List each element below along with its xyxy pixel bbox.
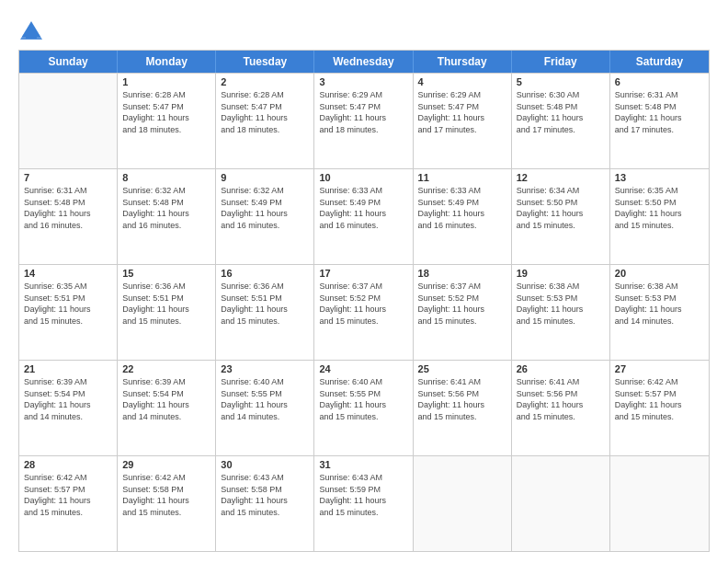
cell-sunset: Sunset: 5:50 PM <box>517 197 605 209</box>
cell-info: Sunrise: 6:34 AMSunset: 5:50 PMDaylight:… <box>517 185 605 231</box>
cal-cell: 12Sunrise: 6:34 AMSunset: 5:50 PMDayligh… <box>512 169 610 264</box>
cell-day-number: 18 <box>418 268 506 279</box>
cell-sunrise: Sunrise: 6:37 AM <box>319 281 407 293</box>
cell-day-number: 6 <box>615 76 704 87</box>
cell-sunrise: Sunrise: 6:36 AM <box>122 281 210 293</box>
cell-daylight2: and 15 minutes. <box>24 316 112 327</box>
cell-day-number: 25 <box>418 363 506 374</box>
cell-daylight2: and 17 minutes. <box>517 124 605 136</box>
cal-header-monday: Monday <box>118 51 216 73</box>
cal-cell: 5Sunrise: 6:30 AMSunset: 5:48 PMDaylight… <box>512 74 610 168</box>
cell-info: Sunrise: 6:33 AMSunset: 5:49 PMDaylight:… <box>319 185 407 231</box>
cell-sunset: Sunset: 5:53 PM <box>517 293 605 304</box>
cell-day-number: 23 <box>221 363 309 374</box>
cell-day-number: 5 <box>517 76 605 87</box>
cell-sunrise: Sunrise: 6:33 AM <box>319 185 407 197</box>
cell-day-number: 22 <box>122 363 210 374</box>
cell-sunrise: Sunrise: 6:43 AM <box>319 472 407 484</box>
cell-daylight: Daylight: 11 hours <box>418 112 506 124</box>
cell-day-number: 1 <box>122 76 210 87</box>
cell-daylight: Daylight: 11 hours <box>24 304 112 316</box>
cell-sunset: Sunset: 5:56 PM <box>517 388 605 400</box>
cell-sunset: Sunset: 5:54 PM <box>122 388 210 400</box>
cell-sunset: Sunset: 5:49 PM <box>418 197 506 209</box>
cell-info: Sunrise: 6:39 AMSunset: 5:54 PMDaylight:… <box>24 376 112 422</box>
cal-cell: 16Sunrise: 6:36 AMSunset: 5:51 PMDayligh… <box>216 265 314 360</box>
cell-daylight: Daylight: 11 hours <box>319 208 407 220</box>
cell-day-number: 2 <box>221 76 309 87</box>
cell-daylight2: and 15 minutes. <box>319 507 407 519</box>
cell-sunset: Sunset: 5:50 PM <box>615 197 704 209</box>
cal-cell: 7Sunrise: 6:31 AMSunset: 5:48 PMDaylight… <box>19 169 118 264</box>
cell-daylight2: and 15 minutes. <box>418 411 506 423</box>
cell-sunset: Sunset: 5:53 PM <box>615 293 704 304</box>
page: SundayMondayTuesdayWednesdayThursdayFrid… <box>0 0 728 563</box>
cell-sunrise: Sunrise: 6:42 AM <box>24 472 112 484</box>
cell-info: Sunrise: 6:37 AMSunset: 5:52 PMDaylight:… <box>418 281 506 327</box>
cell-info: Sunrise: 6:42 AMSunset: 5:57 PMDaylight:… <box>615 376 704 422</box>
cell-daylight: Daylight: 11 hours <box>517 112 605 124</box>
cell-info: Sunrise: 6:40 AMSunset: 5:55 PMDaylight:… <box>221 376 309 422</box>
cell-sunrise: Sunrise: 6:31 AM <box>615 89 704 101</box>
cal-cell: 2Sunrise: 6:28 AMSunset: 5:47 PMDaylight… <box>216 74 314 168</box>
cell-sunset: Sunset: 5:49 PM <box>221 197 309 209</box>
cell-info: Sunrise: 6:42 AMSunset: 5:58 PMDaylight:… <box>122 472 210 518</box>
cell-sunrise: Sunrise: 6:40 AM <box>319 376 407 388</box>
cell-sunrise: Sunrise: 6:30 AM <box>517 89 605 101</box>
cell-info: Sunrise: 6:41 AMSunset: 5:56 PMDaylight:… <box>418 376 506 422</box>
cell-sunset: Sunset: 5:57 PM <box>24 484 112 496</box>
cell-daylight: Daylight: 11 hours <box>122 495 210 507</box>
cell-daylight2: and 15 minutes. <box>517 316 605 327</box>
cell-sunset: Sunset: 5:55 PM <box>319 388 407 400</box>
cell-sunset: Sunset: 5:47 PM <box>319 101 407 113</box>
cell-day-number: 13 <box>615 172 704 183</box>
cell-sunrise: Sunrise: 6:41 AM <box>517 376 605 388</box>
cell-daylight: Daylight: 11 hours <box>24 495 112 507</box>
cal-cell: 19Sunrise: 6:38 AMSunset: 5:53 PMDayligh… <box>512 265 610 360</box>
cell-daylight: Daylight: 11 hours <box>221 304 309 316</box>
cal-cell: 14Sunrise: 6:35 AMSunset: 5:51 PMDayligh… <box>19 265 118 360</box>
cal-cell: 22Sunrise: 6:39 AMSunset: 5:54 PMDayligh… <box>118 361 216 455</box>
cell-sunrise: Sunrise: 6:28 AM <box>122 89 210 101</box>
cell-sunrise: Sunrise: 6:42 AM <box>615 376 704 388</box>
cell-sunset: Sunset: 5:47 PM <box>418 101 506 113</box>
cell-sunrise: Sunrise: 6:39 AM <box>24 376 112 388</box>
cal-cell: 26Sunrise: 6:41 AMSunset: 5:56 PMDayligh… <box>512 361 610 455</box>
cell-daylight2: and 14 minutes. <box>221 411 309 423</box>
cell-sunrise: Sunrise: 6:39 AM <box>122 376 210 388</box>
cell-sunset: Sunset: 5:56 PM <box>418 388 506 400</box>
cal-cell: 17Sunrise: 6:37 AMSunset: 5:52 PMDayligh… <box>314 265 413 360</box>
cal-cell: 1Sunrise: 6:28 AMSunset: 5:47 PMDaylight… <box>118 74 216 168</box>
cal-cell: 28Sunrise: 6:42 AMSunset: 5:57 PMDayligh… <box>19 456 118 551</box>
cell-daylight: Daylight: 11 hours <box>517 304 605 316</box>
cal-cell: 9Sunrise: 6:32 AMSunset: 5:49 PMDaylight… <box>216 169 314 264</box>
cal-cell: 3Sunrise: 6:29 AMSunset: 5:47 PMDaylight… <box>314 74 413 168</box>
cell-daylight: Daylight: 11 hours <box>122 208 210 220</box>
cell-daylight2: and 15 minutes. <box>615 220 704 232</box>
cell-sunset: Sunset: 5:52 PM <box>418 293 506 304</box>
cell-info: Sunrise: 6:30 AMSunset: 5:48 PMDaylight:… <box>517 89 605 135</box>
cell-sunrise: Sunrise: 6:35 AM <box>615 185 704 197</box>
cal-cell: 29Sunrise: 6:42 AMSunset: 5:58 PMDayligh… <box>118 456 216 551</box>
cal-cell: 4Sunrise: 6:29 AMSunset: 5:47 PMDaylight… <box>414 74 512 168</box>
cell-sunset: Sunset: 5:47 PM <box>122 101 210 113</box>
cell-daylight2: and 16 minutes. <box>319 220 407 232</box>
cal-header-sunday: Sunday <box>19 51 118 73</box>
cell-daylight2: and 16 minutes. <box>221 220 309 232</box>
cal-cell: 23Sunrise: 6:40 AMSunset: 5:55 PMDayligh… <box>216 361 314 455</box>
cell-daylight: Daylight: 11 hours <box>122 399 210 411</box>
cell-info: Sunrise: 6:32 AMSunset: 5:49 PMDaylight:… <box>221 185 309 231</box>
cell-day-number: 29 <box>122 459 210 470</box>
cal-header-tuesday: Tuesday <box>216 51 314 73</box>
cell-day-number: 8 <box>122 172 210 183</box>
cell-sunrise: Sunrise: 6:31 AM <box>24 185 112 197</box>
header <box>18 15 710 44</box>
cell-info: Sunrise: 6:29 AMSunset: 5:47 PMDaylight:… <box>319 89 407 135</box>
cell-daylight: Daylight: 11 hours <box>615 208 704 220</box>
cell-sunrise: Sunrise: 6:41 AM <box>418 376 506 388</box>
cell-daylight: Daylight: 11 hours <box>319 495 407 507</box>
cell-sunset: Sunset: 5:51 PM <box>24 293 112 304</box>
cal-cell: 6Sunrise: 6:31 AMSunset: 5:48 PMDaylight… <box>610 74 709 168</box>
cell-day-number: 20 <box>615 268 704 279</box>
cell-day-number: 15 <box>122 268 210 279</box>
